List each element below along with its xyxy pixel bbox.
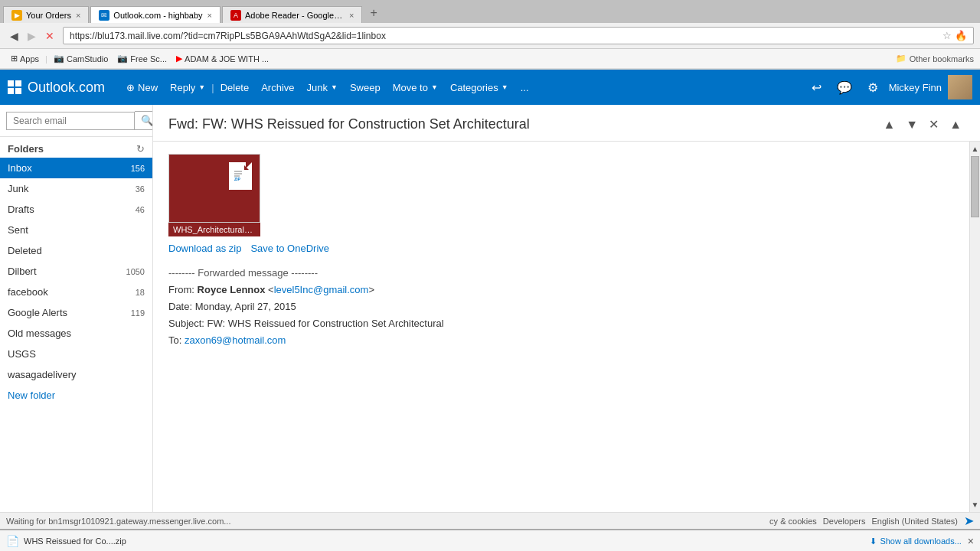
folder-deleted[interactable]: Deleted [0,240,152,261]
tab-2-favicon: ✉ [99,10,109,21]
refresh-folders-button[interactable]: ↻ [136,143,145,155]
folder-inbox[interactable]: Inbox 156 [0,158,152,178]
app-toolbar: Outlook.com ⊕ New Reply ▼ | Delete Archi… [0,70,980,105]
notifications-button[interactable]: 💬 [832,76,857,99]
back-button[interactable]: ◀ [6,28,22,44]
status-text: Waiting for bn1msgr1010921.gateway.messe… [6,517,769,526]
to-email-link[interactable]: zaxon69@hotmail.com [185,334,286,346]
tab-2-close[interactable]: × [207,11,212,20]
next-email-button[interactable]: ▼ [903,115,921,135]
firefox-icon: 🔥 [955,30,967,41]
other-bookmarks[interactable]: 📁 Other bookmarks [896,54,974,64]
bookmark-apps[interactable]: ⊞ Apps [6,52,44,65]
avatar[interactable] [948,75,972,99]
attachment-page-icon: ZIP [229,162,252,190]
folder-wasagadelivery[interactable]: wasagadelivery [0,364,152,385]
address-bar[interactable]: https://blu173.mail.live.com/?tid=cm7Rip… [63,27,974,44]
tab-3-close[interactable]: × [349,11,354,20]
send-icon: ➤ [964,514,974,528]
folder-drafts[interactable]: Drafts 46 [0,199,152,220]
from-email-link[interactable]: level5Inc@gmail.com [274,284,369,295]
attachment-area: ZIP WHS_Architectural_.... Download as z… [168,154,954,254]
tab-1-close[interactable]: × [76,11,80,20]
bookmark-camstudio[interactable]: 📷 CamStudio [49,52,113,65]
reload-button[interactable]: ✕ [41,28,58,44]
folder-junk[interactable]: Junk 36 [0,178,152,199]
sidebar: 🔍 Folders ↻ Inbox 156 Junk 36 Drafts 46 … [0,105,153,512]
star-icon[interactable]: ☆ [942,30,952,41]
attachment-thumbnail: ZIP [168,154,260,223]
collapse-email-button[interactable]: ▲ [946,115,965,135]
folder-facebook[interactable]: facebook 18 [0,282,152,302]
close-email-button[interactable]: ✕ [926,114,942,135]
junk-arrow-icon: ▼ [331,83,338,91]
new-button[interactable]: ⊕ New [120,70,164,105]
logo: Outlook.com [8,80,105,96]
tab-2-title: Outlook.com - highbaby [113,11,202,20]
search-input[interactable] [6,112,135,130]
save-onedrive-link[interactable]: Save to OneDrive [250,243,329,254]
user-name[interactable]: Mickey Finn [889,82,942,93]
download-bar-close-button[interactable]: × [968,535,974,547]
settings-button[interactable]: ⚙ [863,76,883,99]
archive-button[interactable]: Archive [255,70,300,105]
tab-1-favicon: ▶ [11,10,22,21]
forwarded-date: Date: Monday, April 27, 2015 [168,298,954,315]
move-to-button[interactable]: Move to ▼ [387,70,444,105]
download-arrow-icon: ⬇ [870,536,877,546]
search-button[interactable]: 🔍 [135,111,153,130]
footer-developers[interactable]: Developers [823,517,866,526]
folder-google-alerts[interactable]: Google Alerts 119 [0,302,152,323]
forwarded-header: -------- Forwarded message -------- [168,265,954,282]
logo-text: Outlook.com [28,80,105,96]
email-scrollbar[interactable]: ▲ ▼ [969,142,980,512]
reply-arrow-icon: ▼ [198,83,205,91]
folder-sent[interactable]: Sent [0,220,152,240]
download-bar: 📄 WHS Reissued for Co....zip ⬇ Show all … [0,529,980,551]
scroll-up-arrow[interactable]: ▲ [970,142,980,156]
new-icon: ⊕ [126,82,135,93]
folder-old-messages[interactable]: Old messages [0,323,152,344]
scroll-track [970,156,980,497]
folders-label: Folders [8,143,44,155]
categories-arrow-icon: ▼ [501,83,508,91]
download-filename[interactable]: WHS Reissued for Co....zip [24,536,126,546]
new-folder-link[interactable]: New folder [0,385,152,406]
svg-marker-1 [244,165,249,170]
undo-button[interactable]: ↩ [807,76,826,99]
tab-2[interactable]: ✉ Outlook.com - highbaby × [90,6,220,23]
folder-usgs[interactable]: USGS [0,344,152,364]
email-content: Fwd: FW: WHS Reissued for Construction S… [153,105,980,512]
folder-dilbert[interactable]: Dilbert 1050 [0,261,152,282]
email-body: ZIP WHS_Architectural_.... Download as z… [153,142,969,512]
download-zip-link[interactable]: Download as zip [168,243,241,254]
delete-button[interactable]: Delete [214,70,256,105]
document-icon: ZIP [232,165,249,187]
footer-privacy[interactable]: cy & cookies [769,517,817,526]
forward-button[interactable]: ▶ [24,28,40,44]
attachment-links: Download as zip Save to OneDrive [168,243,954,254]
bookmark-youtube[interactable]: ▶ ADAM & JOE WITH ... [172,52,273,65]
footer-language[interactable]: English (United States) [872,517,959,526]
categories-button[interactable]: Categories ▼ [444,70,514,105]
tab-3-title: Adobe Reader - Google Se... [245,11,345,20]
tab-3-favicon: A [230,10,241,21]
download-item: 📄 WHS Reissued for Co....zip [6,535,126,547]
freesc-icon: 📷 [117,54,128,64]
more-button[interactable]: ... [514,70,535,105]
tab-3[interactable]: A Adobe Reader - Google Se... × [222,6,362,23]
prev-email-button[interactable]: ▲ [880,115,898,135]
sweep-button[interactable]: Sweep [344,70,387,105]
status-bar: Waiting for bn1msgr1010921.gateway.messe… [0,512,980,529]
reply-button[interactable]: Reply ▼ [164,70,211,105]
scroll-thumb[interactable] [971,156,979,217]
apps-icon: ⊞ [11,54,18,64]
tab-1[interactable]: ▶ Your Orders × [3,6,89,23]
footer-links: cy & cookies Developers English (United … [769,517,958,526]
bookmark-freesc[interactable]: 📷 Free Sc... [113,52,172,65]
attachment-item[interactable]: ZIP WHS_Architectural_.... [168,154,260,236]
show-all-downloads-link[interactable]: ⬇ Show all downloads... [870,536,961,546]
junk-button[interactable]: Junk ▼ [301,70,344,105]
scroll-down-arrow[interactable]: ▼ [970,497,980,512]
new-tab-button[interactable]: + [364,3,383,23]
